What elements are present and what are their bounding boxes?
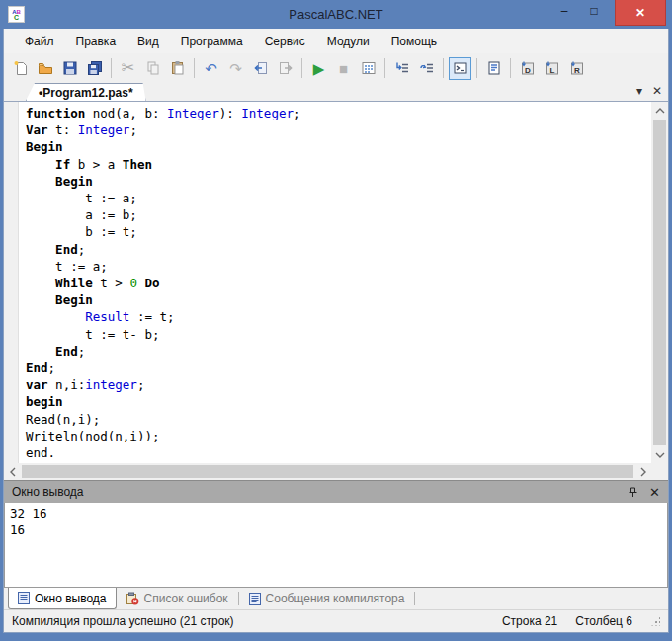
document-lines-icon bbox=[18, 592, 30, 604]
scroll-up-icon[interactable] bbox=[651, 102, 668, 119]
status-message: Компиляция прошла успешно (21 строк) bbox=[12, 614, 234, 628]
output-close-icon[interactable]: ✕ bbox=[649, 485, 660, 500]
vertical-scroll-thumb[interactable] bbox=[653, 120, 666, 445]
menu-bar: Файл Правка Вид Программа Сервис Модули … bbox=[4, 29, 668, 53]
code-text[interactable]: function nod(a, b: Integer): Integer;Var… bbox=[19, 102, 301, 463]
toolbar: ✂ ↶ ↷ ▶ ■ bbox=[4, 53, 668, 83]
output-panel-title: Окно вывода bbox=[12, 485, 84, 499]
output-panel-header: Окно вывода ✕ bbox=[4, 480, 668, 503]
error-list-icon bbox=[126, 592, 139, 605]
tab-compiler-messages[interactable]: Сообщения компилятора bbox=[240, 588, 414, 609]
tab-list-dropdown-icon[interactable]: ▾ bbox=[636, 84, 642, 98]
redo-button[interactable]: ↷ bbox=[224, 57, 247, 80]
minimize-button[interactable]: – bbox=[549, 0, 579, 22]
save-all-button[interactable] bbox=[83, 57, 106, 80]
side-panel-toggle[interactable] bbox=[482, 57, 505, 80]
copy-button[interactable] bbox=[141, 57, 164, 80]
stop-button[interactable]: ■ bbox=[332, 57, 355, 80]
maximize-button[interactable]: □ bbox=[579, 0, 609, 22]
menu-edit[interactable]: Правка bbox=[65, 32, 127, 51]
doc-r-button[interactable]: R bbox=[565, 57, 588, 80]
tab-error-list[interactable]: Список ошибок bbox=[117, 588, 237, 609]
toolbar-separator bbox=[510, 58, 511, 78]
svg-text:L: L bbox=[549, 66, 554, 75]
doc-l-button[interactable]: L bbox=[541, 57, 563, 80]
doc-d-button[interactable]: D bbox=[516, 57, 539, 80]
close-button[interactable]: ✕ bbox=[615, 0, 666, 26]
next-bookmark-button[interactable] bbox=[274, 57, 296, 80]
new-file-button[interactable] bbox=[9, 57, 32, 80]
toolbar-separator bbox=[443, 58, 444, 78]
output-text: 32 16 16 bbox=[5, 503, 667, 538]
status-bar: Компиляция прошла успешно (21 строк) Стр… bbox=[4, 609, 668, 632]
step-over-button[interactable] bbox=[415, 57, 438, 80]
code-editor: function nod(a, b: Integer): Integer;Var… bbox=[4, 102, 668, 480]
app-window: AB C PascalABC.NET – □ ✕ Файл Правка Вид… bbox=[0, 0, 672, 641]
menu-program[interactable]: Программа bbox=[170, 32, 254, 51]
resize-grip[interactable] bbox=[651, 617, 660, 626]
title-bar: AB C PascalABC.NET – □ ✕ bbox=[3, 0, 669, 29]
document-lines-icon bbox=[249, 593, 261, 605]
toolbar-separator bbox=[194, 58, 195, 78]
save-button[interactable] bbox=[58, 57, 81, 80]
toolbar-separator bbox=[384, 58, 385, 78]
step-into-button[interactable] bbox=[390, 57, 413, 80]
editor-horizontal-scrollbar[interactable] bbox=[4, 463, 651, 480]
scrollbar-corner bbox=[651, 463, 668, 480]
tab-separator bbox=[414, 592, 415, 605]
tab-output-window[interactable]: Окно вывода bbox=[8, 588, 117, 609]
output-panel-body[interactable]: 32 16 16 bbox=[4, 503, 668, 588]
pin-icon[interactable] bbox=[627, 486, 639, 499]
svg-text:R: R bbox=[574, 66, 580, 75]
run-button[interactable]: ▶ bbox=[307, 57, 330, 80]
menu-modules[interactable]: Модули bbox=[316, 32, 380, 51]
code-area[interactable]: function nod(a, b: Integer): Integer;Var… bbox=[4, 102, 651, 463]
prev-bookmark-button[interactable] bbox=[249, 57, 272, 80]
scroll-down-icon[interactable] bbox=[651, 446, 668, 463]
debug-grid-button[interactable] bbox=[357, 57, 379, 80]
editor-vertical-scrollbar[interactable] bbox=[651, 102, 668, 463]
menu-help[interactable]: Помощь bbox=[380, 32, 448, 51]
menu-service[interactable]: Сервис bbox=[254, 32, 316, 51]
menu-view[interactable]: Вид bbox=[126, 32, 170, 51]
status-column: Столбец 6 bbox=[575, 614, 632, 628]
tab-close-icon[interactable]: ✕ bbox=[652, 84, 662, 98]
undo-button[interactable]: ↶ bbox=[200, 57, 222, 80]
cut-button[interactable]: ✂ bbox=[117, 57, 139, 80]
document-tab-strip: •Program12.pas* ▾ ✕ bbox=[4, 83, 668, 102]
scroll-left-icon[interactable] bbox=[4, 463, 21, 480]
tab-program12[interactable]: •Program12.pas* bbox=[26, 83, 146, 101]
console-window-toggle[interactable] bbox=[449, 57, 471, 80]
horizontal-scroll-thumb[interactable] bbox=[22, 465, 633, 478]
open-file-button[interactable] bbox=[34, 57, 56, 80]
bottom-tab-bar: Окно вывода Список ошибок Сообщения комп… bbox=[4, 588, 668, 609]
toolbar-separator bbox=[301, 58, 302, 78]
toolbar-separator bbox=[111, 58, 112, 78]
scroll-right-icon[interactable] bbox=[634, 463, 651, 480]
svg-text:D: D bbox=[525, 66, 531, 75]
toolbar-separator bbox=[476, 58, 477, 78]
paste-button[interactable] bbox=[166, 57, 189, 80]
editor-gutter bbox=[4, 102, 19, 463]
menu-file[interactable]: Файл bbox=[14, 32, 65, 51]
status-line: Строка 21 bbox=[502, 614, 557, 628]
tab-separator bbox=[238, 592, 239, 605]
